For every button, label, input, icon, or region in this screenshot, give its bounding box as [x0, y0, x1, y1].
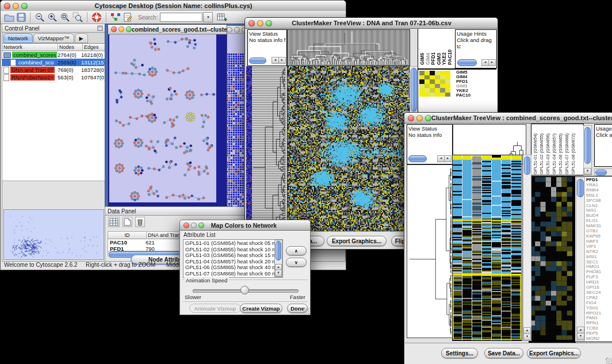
- network-row[interactable]: combined_scores2764(0)16218(0): [2, 51, 105, 59]
- tab-network[interactable]: Network: [3, 33, 33, 43]
- minimize-button[interactable]: [257, 20, 263, 26]
- minimize-button[interactable]: [234, 27, 240, 33]
- network-row[interactable]: DNA and Tran 07769(0)183728(0): [2, 66, 105, 74]
- network-row[interactable]: combined_sco2569(6)13112(15): [2, 59, 105, 66]
- zoom-button[interactable]: [198, 223, 204, 228]
- settings-button[interactable]: Settings...: [441, 348, 478, 358]
- close-button[interactable]: [408, 115, 414, 121]
- attribute-list-item[interactable]: GPL51-07 (GSM868) heat shock 60 min: [183, 271, 282, 277]
- close-button[interactable]: [227, 27, 232, 33]
- scrollbar-thumb[interactable]: [595, 170, 607, 175]
- column-header-edges[interactable]: Edges: [83, 44, 105, 51]
- close-button[interactable]: [4, 3, 10, 9]
- dialog-titlebar[interactable]: Map Colors to Network: [180, 220, 310, 231]
- column-label[interactable]: GIM5: [419, 53, 425, 65]
- treeview2-titlebar[interactable]: ClusterMaker TreeView : combined_scores_…: [404, 113, 612, 124]
- heatmap-canvas[interactable]: [452, 155, 522, 341]
- search-input[interactable]: [160, 13, 202, 22]
- column-header-nodes[interactable]: Nodes: [58, 44, 83, 51]
- speed-slider-thumb[interactable]: [240, 286, 249, 294]
- scrollbar-thumb[interactable]: [457, 59, 477, 66]
- column-header-network[interactable]: Network: [2, 44, 58, 51]
- column-label[interactable]: GIM3: [436, 53, 442, 65]
- column-label[interactable]: GPL51-02 (GSM855): [539, 133, 545, 174]
- scroll-right-button[interactable]: ►: [278, 57, 286, 64]
- move-down-button[interactable]: ∨: [286, 258, 307, 267]
- minimap-strip[interactable]: [246, 66, 252, 232]
- main-titlebar[interactable]: Cytoscape Desktop (Session Name: collins…: [1, 1, 346, 12]
- treeview1-titlebar[interactable]: ClusterMaker TreeView : DNA and Tran 07-…: [245, 18, 498, 29]
- column-dendrogram-canvas[interactable]: [287, 29, 410, 66]
- save-data-button[interactable]: Save Data...: [484, 348, 523, 358]
- column-label[interactable]: PFD1: [430, 52, 436, 65]
- column-label[interactable]: GPL51-06 (GSM865): [558, 133, 564, 174]
- select-attributes-button[interactable]: [108, 217, 120, 227]
- heatmap-vscrollbar[interactable]: ▲ ▼: [523, 155, 531, 341]
- zoom-button[interactable]: [425, 115, 431, 121]
- close-button[interactable]: [183, 223, 189, 228]
- tab-vizmapper[interactable]: VizMapper™: [33, 33, 74, 43]
- attribute-list-item[interactable]: GPL51-04 (GSM857) heat shock 20 min: [183, 259, 282, 265]
- column-label[interactable]: YKE2: [441, 52, 447, 65]
- export-graphics-button[interactable]: Export Graphics...: [527, 348, 581, 358]
- zoom-selected-button[interactable]: [72, 12, 83, 23]
- attribute-list-item[interactable]: GPL51-03 (GSM856) heat shock 15 min: [183, 252, 282, 259]
- gene-label[interactable]: MON2: [586, 336, 601, 342]
- scroll-right-button[interactable]: ►: [444, 155, 452, 162]
- close-button[interactable]: [111, 26, 117, 32]
- usage-hscrollbar[interactable]: [594, 168, 612, 176]
- attribute-list-item[interactable]: GPL51-01 (GSM854) heat shock 05 min: [183, 240, 282, 247]
- zoom-out-button[interactable]: [34, 12, 45, 23]
- scroll-down-button[interactable]: ▼: [577, 333, 584, 340]
- new-attribute-button[interactable]: [123, 217, 132, 227]
- gene-list-vscrollbar[interactable]: ▲ ▼: [576, 177, 585, 341]
- move-up-button[interactable]: ∧: [286, 246, 307, 255]
- column-label[interactable]: PAC10: [447, 49, 453, 65]
- heatmap-canvas[interactable]: [287, 66, 410, 232]
- search-dropdown-button[interactable]: ▼: [203, 12, 213, 22]
- zoom-button[interactable]: [21, 3, 28, 9]
- attribute-list-item[interactable]: GPL51-02 (GSM855) heat shock 10 min: [183, 247, 282, 253]
- scrollbar-thumb[interactable]: [411, 68, 417, 112]
- scrollbar-thumb[interactable]: [408, 155, 427, 162]
- column-label[interactable]: GPL51-03 (GSM856): [545, 133, 552, 174]
- row-label[interactable]: PAC10: [456, 93, 471, 98]
- zoom-button[interactable]: [266, 20, 272, 26]
- scroll-down-button[interactable]: ▼: [584, 168, 591, 175]
- list-vscrollbar[interactable]: ▲ ▼: [274, 240, 282, 277]
- network-window-titlebar[interactable]: combined_scores_good.txt--cluste...: [108, 25, 227, 35]
- column-label[interactable]: GIM4: [425, 53, 431, 65]
- birdseye-view[interactable]: [3, 209, 104, 260]
- scrollbar-thumb[interactable]: [577, 179, 584, 197]
- column-label[interactable]: GPL51-07 (GSM868): [564, 133, 571, 174]
- attribute-table-button[interactable]: [216, 12, 228, 22]
- column-label[interactable]: GPL51-04 (GSM857): [552, 133, 558, 174]
- scroll-right-button[interactable]: ►: [488, 59, 496, 66]
- close-button[interactable]: [248, 20, 255, 26]
- zoom-button[interactable]: [126, 26, 132, 32]
- zoom-in-button[interactable]: [47, 12, 58, 23]
- annotation-button[interactable]: [123, 12, 133, 23]
- scroll-down-button[interactable]: ▼: [523, 334, 531, 340]
- minimize-button[interactable]: [13, 3, 19, 9]
- help-button[interactable]: [91, 12, 102, 23]
- attribute-listbox[interactable]: GPL51-01 (GSM854) heat shock 05 minGPL51…: [183, 239, 283, 278]
- column-label[interactable]: GPL51-01 (GSM854): [533, 133, 539, 174]
- column-label[interactable]: GPL51-08 (GSM872): [571, 133, 577, 174]
- scroll-down-button[interactable]: ▼: [275, 270, 282, 277]
- scrollbar-thumb[interactable]: [276, 241, 281, 260]
- scrollbar-thumb[interactable]: [524, 156, 530, 175]
- vizmapper-button[interactable]: [110, 12, 121, 23]
- minimize-button[interactable]: [416, 115, 423, 121]
- tab-more[interactable]: ▶: [75, 33, 88, 43]
- column-header-id[interactable]: ID: [108, 232, 147, 239]
- row-dendrogram-canvas[interactable]: [407, 164, 453, 338]
- scrollbar-thumb[interactable]: [249, 58, 266, 64]
- create-vizmap-button[interactable]: Create Vizmap: [240, 304, 282, 313]
- zoom-heatmap-panel[interactable]: [529, 176, 576, 343]
- resize-grip[interactable]: [303, 308, 309, 314]
- labels-vscrollbar[interactable]: ▼: [583, 125, 592, 175]
- network-row[interactable]: RNAPuberNov2+563(0)107847(0): [2, 74, 105, 81]
- float-panel-icon[interactable]: [97, 25, 103, 31]
- scrollbar-thumb[interactable]: [584, 127, 591, 164]
